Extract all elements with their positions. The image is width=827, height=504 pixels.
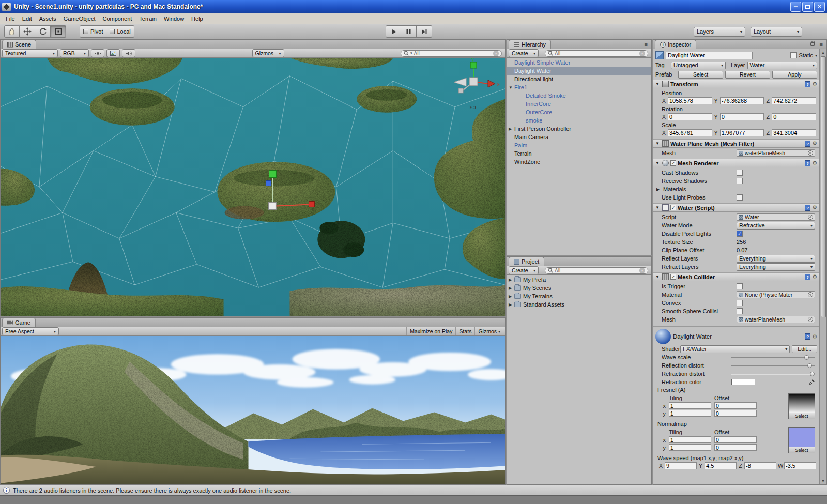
wave-speed-x-field[interactable] xyxy=(665,462,697,469)
normalmap-select-button[interactable]: Select xyxy=(789,447,815,453)
statusbar[interactable]: i There are 2 audio listeners in the sce… xyxy=(0,485,827,495)
wave-scale-slider[interactable] xyxy=(731,354,815,360)
menu-gameobject[interactable]: GameObject xyxy=(60,14,99,23)
checkbox-use-light-probes[interactable] xyxy=(737,194,743,201)
settings-gear-icon[interactable]: ⚙ xyxy=(812,160,817,166)
hierarchy-item-innercore[interactable]: InnerCore xyxy=(507,100,651,108)
scene-gizmos-dropdown[interactable]: Gizmos ▾ xyxy=(252,49,284,57)
layer-dropdown[interactable]: Water ▾ xyxy=(747,62,817,69)
wave-speed-y-field[interactable] xyxy=(705,462,737,469)
object-field-material[interactable]: None (Physic Mater xyxy=(737,291,815,298)
gameobject-icon[interactable] xyxy=(655,51,664,59)
menu-window[interactable]: Window xyxy=(160,14,188,23)
search-clear-icon[interactable]: × xyxy=(639,51,645,56)
hierarchy-item-outercore[interactable]: OuterCore xyxy=(507,108,651,116)
checkbox-smooth-sphere-collisi[interactable] xyxy=(737,308,743,314)
tab-game[interactable]: Game xyxy=(2,318,36,327)
rotation-x-field[interactable] xyxy=(668,113,712,120)
help-icon[interactable]: ? xyxy=(805,274,810,280)
foldout-closed-icon[interactable]: ▶ xyxy=(656,187,662,192)
menu-component[interactable]: Component xyxy=(99,14,135,23)
foldout-closed-icon[interactable]: ▶ xyxy=(509,127,514,131)
scale-tool-button[interactable] xyxy=(51,25,66,38)
mesh-renderer-header[interactable]: ▼ ✓ Mesh Renderer ? ⚙ xyxy=(653,159,819,167)
foldout-open-icon[interactable]: ▼ xyxy=(655,274,661,279)
tag-dropdown[interactable]: Untagged ▾ xyxy=(671,62,726,69)
foldout-closed-icon[interactable]: ▶ xyxy=(509,294,514,299)
normalmap-tiling-y-field[interactable] xyxy=(669,444,711,451)
scene-lighting-toggle[interactable] xyxy=(91,49,104,57)
search-filter-chevron[interactable]: ▾ xyxy=(410,51,412,55)
hierarchy-item-daylight-water[interactable]: Daylight Water xyxy=(507,67,651,75)
refraction-distort-slider[interactable] xyxy=(731,371,815,377)
mesh-object-field[interactable]: waterPlaneMesh xyxy=(737,149,815,157)
hierarchy-item-smoke[interactable]: smoke xyxy=(507,116,651,125)
foldout-open-icon[interactable]: ▼ xyxy=(655,141,661,146)
project-item-standard-assets[interactable]: ▶Standard Assets xyxy=(507,300,651,309)
foldout-open-icon[interactable]: ▼ xyxy=(509,85,514,90)
hierarchy-item-directional-light[interactable]: Directional light xyxy=(507,75,651,83)
search-clear-icon[interactable]: × xyxy=(493,51,499,56)
scale-x-field[interactable] xyxy=(668,129,712,136)
object-picker-icon[interactable] xyxy=(808,292,813,297)
help-icon[interactable]: ? xyxy=(805,205,810,211)
foldout-closed-icon[interactable]: ▶ xyxy=(509,286,514,291)
inspector-scrollbar[interactable]: ▲ ▼ xyxy=(819,49,826,484)
step-button[interactable] xyxy=(417,25,432,38)
help-icon[interactable]: ? xyxy=(805,160,810,166)
scene-viewport[interactable]: y x Iso xyxy=(1,58,505,316)
settings-gear-icon[interactable]: ⚙ xyxy=(812,140,817,147)
rotation-z-field[interactable] xyxy=(772,113,816,120)
draw-mode-dropdown[interactable]: Textured ▾ xyxy=(2,49,58,57)
prefab-select-button[interactable]: Select xyxy=(678,71,723,79)
gameobject-name-field[interactable] xyxy=(666,52,753,59)
prefab-revert-button[interactable]: Revert xyxy=(725,71,770,79)
scene-audio-toggle[interactable] xyxy=(122,49,135,57)
object-picker-icon[interactable] xyxy=(808,215,813,220)
settings-gear-icon[interactable]: ⚙ xyxy=(812,333,817,340)
maximize-on-play-toggle[interactable]: Maximize on Play xyxy=(406,327,455,335)
scene-skybox-toggle[interactable] xyxy=(106,49,120,57)
scale-y-field[interactable] xyxy=(720,129,764,136)
settings-gear-icon[interactable]: ⚙ xyxy=(812,204,817,211)
hierarchy-item-palm[interactable]: Palm xyxy=(507,141,651,149)
position-y-field[interactable] xyxy=(720,97,764,104)
scene-search-input[interactable] xyxy=(414,51,492,56)
checkbox-receive-shadows[interactable] xyxy=(737,178,743,184)
refraction-color-swatch[interactable] xyxy=(731,379,755,385)
pause-button[interactable] xyxy=(401,25,417,38)
close-button[interactable]: ✕ xyxy=(814,2,825,12)
normalmap-offset-y-field[interactable] xyxy=(714,444,757,451)
stats-toggle[interactable]: Stats xyxy=(455,327,474,335)
search-clear-icon[interactable]: × xyxy=(639,268,645,273)
pivot-button[interactable]: Pivot xyxy=(80,25,106,38)
normalmap-texture-thumbnail[interactable]: Select xyxy=(788,427,815,453)
static-chevron-icon[interactable]: ▾ xyxy=(815,53,817,58)
object-field-mesh[interactable]: waterPlaneMesh xyxy=(737,316,815,323)
wave-speed-w-field[interactable] xyxy=(784,462,816,469)
aspect-dropdown[interactable]: Free Aspect ▾ xyxy=(2,327,59,335)
rotate-tool-button[interactable] xyxy=(35,25,51,38)
value-clip-plane-offset[interactable]: 0.07 xyxy=(737,247,815,253)
help-icon[interactable]: ? xyxy=(805,141,810,147)
tab-project[interactable]: Project xyxy=(509,257,544,266)
inspector-panel-menu-icon[interactable]: ≡ xyxy=(818,41,825,48)
scroll-up-icon[interactable]: ▲ xyxy=(821,49,825,56)
tab-hierarchy[interactable]: Hierarchy xyxy=(509,40,551,49)
hierarchy-item-daylight-simple-water[interactable]: Daylight Simple Water xyxy=(507,58,651,67)
hand-tool-button[interactable] xyxy=(4,25,20,38)
rotation-y-field[interactable] xyxy=(720,113,764,120)
static-checkbox[interactable] xyxy=(790,52,797,58)
menu-terrain[interactable]: Terrain xyxy=(135,14,160,23)
game-viewport[interactable] xyxy=(1,336,505,484)
project-item-my-scenes[interactable]: ▶My Scenes xyxy=(507,284,651,292)
shader-edit-button[interactable]: Edit... xyxy=(792,345,817,353)
project-search-input[interactable] xyxy=(555,268,638,273)
normalmap-tiling-x-field[interactable] xyxy=(669,436,711,443)
checkbox-cast-shadows[interactable] xyxy=(737,170,743,176)
hierarchy-item-windzone[interactable]: WindZone xyxy=(507,158,651,166)
project-search-field[interactable]: × xyxy=(545,267,648,274)
layers-dropdown[interactable]: Layers ▾ xyxy=(694,27,745,37)
wave-speed-z-field[interactable] xyxy=(744,462,776,469)
foldout-closed-icon[interactable]: ▶ xyxy=(509,302,514,307)
